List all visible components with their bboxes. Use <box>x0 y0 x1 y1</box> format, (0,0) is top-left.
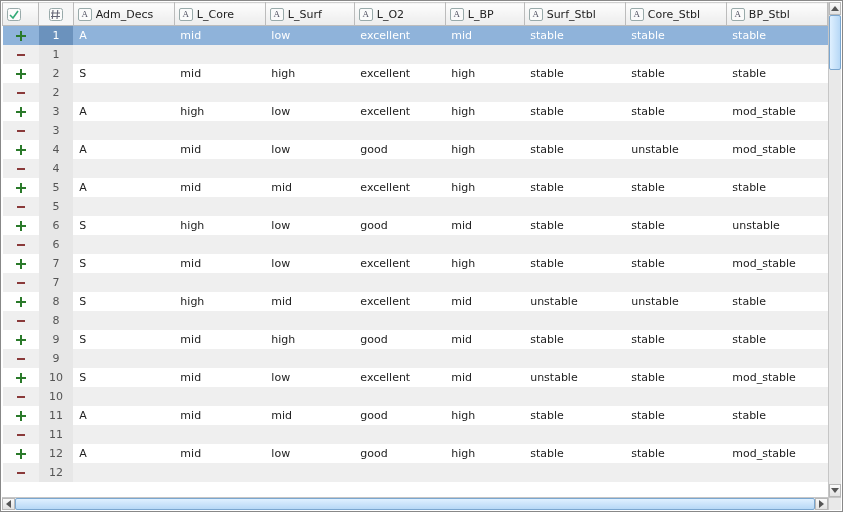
cell-L_Core[interactable] <box>174 387 265 406</box>
table-row[interactable]: 11Amidmidgoodhighstablestablestable <box>3 406 828 425</box>
cell-L_Core[interactable] <box>174 83 265 102</box>
cell-L_BP[interactable] <box>445 387 524 406</box>
table-row[interactable]: 9 <box>3 349 828 368</box>
cell-BP_Stbl[interactable]: stable <box>726 292 827 311</box>
cell-Surf_Stbl[interactable]: stable <box>524 26 625 45</box>
cell-Adm_Decs[interactable]: S <box>73 292 174 311</box>
cell-Core_Stbl[interactable] <box>625 425 726 444</box>
cell-L_BP[interactable]: mid <box>445 368 524 387</box>
cell-L_O2[interactable]: excellent <box>354 292 445 311</box>
row-mark[interactable] <box>3 45 39 64</box>
header-index[interactable] <box>39 3 73 26</box>
row-mark[interactable] <box>3 463 39 482</box>
cell-Surf_Stbl[interactable]: stable <box>524 64 625 83</box>
cell-Adm_Decs[interactable]: S <box>73 254 174 273</box>
cell-L_O2[interactable] <box>354 463 445 482</box>
cell-L_O2[interactable]: excellent <box>354 26 445 45</box>
cell-L_BP[interactable]: mid <box>445 292 524 311</box>
row-mark[interactable] <box>3 159 39 178</box>
cell-Surf_Stbl[interactable]: unstable <box>524 368 625 387</box>
cell-Adm_Decs[interactable]: A <box>73 140 174 159</box>
cell-L_Surf[interactable]: high <box>265 64 354 83</box>
cell-Core_Stbl[interactable] <box>625 311 726 330</box>
cell-L_Core[interactable]: high <box>174 102 265 121</box>
cell-Core_Stbl[interactable]: stable <box>625 102 726 121</box>
table-row[interactable]: 2 <box>3 83 828 102</box>
cell-BP_Stbl[interactable]: mod_stable <box>726 368 827 387</box>
cell-L_Core[interactable] <box>174 121 265 140</box>
header-L_Core[interactable]: AL_Core <box>174 3 265 26</box>
cell-Core_Stbl[interactable] <box>625 197 726 216</box>
cell-Surf_Stbl[interactable]: unstable <box>524 292 625 311</box>
cell-L_O2[interactable] <box>354 197 445 216</box>
cell-L_BP[interactable] <box>445 197 524 216</box>
row-mark[interactable] <box>3 26 39 45</box>
cell-L_O2[interactable]: excellent <box>354 178 445 197</box>
cell-Adm_Decs[interactable] <box>73 463 174 482</box>
table-row[interactable]: 4 <box>3 159 828 178</box>
cell-L_Surf[interactable] <box>265 425 354 444</box>
cell-Core_Stbl[interactable]: unstable <box>625 292 726 311</box>
cell-L_Surf[interactable] <box>265 121 354 140</box>
cell-L_O2[interactable]: excellent <box>354 368 445 387</box>
cell-BP_Stbl[interactable]: stable <box>726 64 827 83</box>
cell-L_Core[interactable] <box>174 159 265 178</box>
header-Core_Stbl[interactable]: ACore_Stbl <box>625 3 726 26</box>
row-mark[interactable] <box>3 140 39 159</box>
cell-Adm_Decs[interactable] <box>73 45 174 64</box>
cell-Adm_Decs[interactable] <box>73 387 174 406</box>
cell-L_Surf[interactable]: low <box>265 216 354 235</box>
cell-L_BP[interactable] <box>445 273 524 292</box>
cell-Core_Stbl[interactable]: stable <box>625 406 726 425</box>
cell-L_BP[interactable]: high <box>445 444 524 463</box>
cell-L_Core[interactable]: mid <box>174 368 265 387</box>
cell-L_Surf[interactable] <box>265 235 354 254</box>
cell-L_O2[interactable] <box>354 387 445 406</box>
cell-L_BP[interactable]: high <box>445 406 524 425</box>
cell-L_Core[interactable]: high <box>174 292 265 311</box>
table-row[interactable]: 6Shighlowgoodmidstablestableunstable <box>3 216 828 235</box>
cell-L_Core[interactable]: mid <box>174 406 265 425</box>
table-row[interactable]: 10 <box>3 387 828 406</box>
row-mark[interactable] <box>3 425 39 444</box>
row-mark[interactable] <box>3 292 39 311</box>
cell-L_Surf[interactable]: mid <box>265 292 354 311</box>
cell-L_O2[interactable]: good <box>354 444 445 463</box>
cell-BP_Stbl[interactable]: mod_stable <box>726 140 827 159</box>
row-mark[interactable] <box>3 121 39 140</box>
cell-L_Surf[interactable]: low <box>265 444 354 463</box>
cell-BP_Stbl[interactable] <box>726 45 827 64</box>
row-mark[interactable] <box>3 64 39 83</box>
cell-Adm_Decs[interactable]: A <box>73 406 174 425</box>
cell-Core_Stbl[interactable] <box>625 463 726 482</box>
cell-BP_Stbl[interactable]: stable <box>726 330 827 349</box>
table-row[interactable]: 3Ahighlowexcellenthighstablestablemod_st… <box>3 102 828 121</box>
scroll-left-button[interactable] <box>2 498 15 510</box>
header-BP_Stbl[interactable]: ABP_Stbl <box>726 3 827 26</box>
cell-Adm_Decs[interactable]: S <box>73 216 174 235</box>
cell-L_O2[interactable]: good <box>354 330 445 349</box>
cell-BP_Stbl[interactable] <box>726 121 827 140</box>
table-row[interactable]: 12 <box>3 463 828 482</box>
cell-Core_Stbl[interactable]: stable <box>625 26 726 45</box>
cell-Core_Stbl[interactable]: stable <box>625 330 726 349</box>
cell-L_Surf[interactable]: high <box>265 330 354 349</box>
cell-Adm_Decs[interactable] <box>73 425 174 444</box>
cell-L_Surf[interactable]: low <box>265 102 354 121</box>
table-row[interactable]: 7Smidlowexcellenthighstablestablemod_sta… <box>3 254 828 273</box>
cell-Surf_Stbl[interactable]: stable <box>524 140 625 159</box>
cell-Adm_Decs[interactable] <box>73 273 174 292</box>
cell-L_BP[interactable]: high <box>445 140 524 159</box>
cell-Surf_Stbl[interactable]: stable <box>524 406 625 425</box>
cell-Core_Stbl[interactable] <box>625 349 726 368</box>
cell-BP_Stbl[interactable]: mod_stable <box>726 254 827 273</box>
cell-BP_Stbl[interactable] <box>726 425 827 444</box>
cell-L_O2[interactable] <box>354 311 445 330</box>
cell-Adm_Decs[interactable]: S <box>73 368 174 387</box>
row-mark[interactable] <box>3 406 39 425</box>
cell-L_BP[interactable] <box>445 463 524 482</box>
cell-L_Core[interactable]: mid <box>174 64 265 83</box>
cell-BP_Stbl[interactable]: stable <box>726 178 827 197</box>
row-mark[interactable] <box>3 254 39 273</box>
header-L_Surf[interactable]: AL_Surf <box>265 3 354 26</box>
